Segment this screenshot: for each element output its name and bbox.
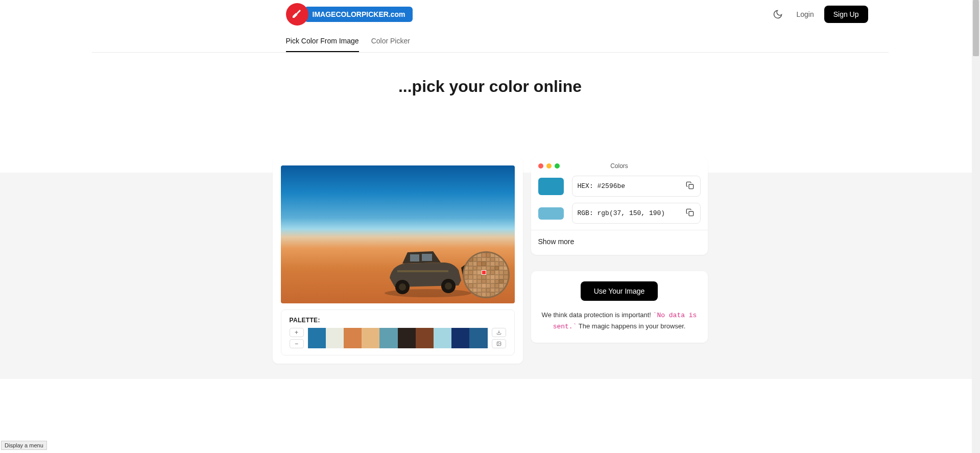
tab-color-picker[interactable]: Color Picker: [371, 31, 410, 52]
logo-text: IMAGECOLORPICKER.com: [304, 7, 413, 22]
tab-pick-color-from-image[interactable]: Pick Color From Image: [286, 31, 359, 52]
palette-swatch-4[interactable]: [379, 328, 397, 348]
hex-value-box: HEX: #2596be: [572, 176, 701, 197]
header-actions: Login Sign Up: [770, 6, 868, 23]
svg-point-4: [399, 283, 406, 291]
logo-icon: [286, 3, 308, 26]
copy-icon: [686, 208, 694, 217]
palette-swatch-2[interactable]: [344, 328, 362, 348]
nav-tabs: Pick Color From Image Color Picker: [92, 31, 889, 53]
dot-yellow-icon: [546, 163, 552, 169]
svg-rect-2: [422, 254, 432, 261]
dot-green-icon: [555, 163, 560, 169]
moon-icon: [773, 9, 783, 19]
rgb-swatch[interactable]: [538, 207, 564, 220]
colors-header: Colors: [538, 163, 701, 169]
palette-copy-button[interactable]: [492, 339, 506, 348]
scrollbar[interactable]: [972, 0, 980, 379]
image-preview[interactable]: [281, 165, 515, 303]
theme-toggle-button[interactable]: [770, 6, 786, 22]
palette-swatch-1[interactable]: [326, 328, 344, 348]
svg-rect-1: [410, 254, 419, 261]
colors-card: Colors HEX: #2596be RGB: r: [531, 157, 708, 255]
copy-rgb-button[interactable]: [685, 207, 695, 219]
magnifier-lens: [463, 251, 510, 298]
palette-swatch-8[interactable]: [451, 328, 469, 348]
svg-rect-7: [397, 270, 448, 272]
palette-swatch-5[interactable]: [398, 328, 416, 348]
palette-size-controls: + −: [290, 328, 304, 348]
palette-action-controls: [492, 328, 506, 348]
palette-row: + −: [290, 328, 506, 348]
copy-icon: [686, 181, 694, 189]
download-icon: [496, 330, 501, 335]
svg-point-9: [497, 343, 498, 343]
palette-swatch-0[interactable]: [308, 328, 326, 348]
divider: [531, 230, 708, 230]
dot-red-icon: [538, 163, 543, 169]
palette-download-button[interactable]: [492, 328, 506, 337]
show-more-link[interactable]: Show more: [538, 237, 701, 246]
palette-remove-button[interactable]: −: [290, 339, 304, 348]
palette-label: PALETTE:: [290, 317, 506, 324]
colors-title: Colors: [610, 162, 628, 170]
right-column: Colors HEX: #2596be RGB: r: [531, 157, 708, 364]
hex-text: HEX: #2596be: [578, 182, 626, 190]
car-illustration: [382, 242, 474, 298]
image-card: PALETTE: + −: [273, 157, 523, 364]
palette-swatch-9[interactable]: [469, 328, 487, 348]
rgb-row: RGB: rgb(37, 150, 190): [538, 203, 701, 224]
login-link[interactable]: Login: [796, 10, 814, 18]
svg-rect-10: [689, 184, 694, 189]
palette-swatch-6[interactable]: [416, 328, 434, 348]
palette-swatch-7[interactable]: [434, 328, 451, 348]
content-row: PALETTE: + −: [0, 157, 980, 364]
logo[interactable]: IMAGECOLORPICKER.com: [286, 3, 413, 26]
page-title: ...pick your color online: [0, 77, 980, 96]
rgb-text: RGB: rgb(37, 150, 190): [578, 209, 665, 217]
main-area: PALETTE: + −: [0, 173, 980, 379]
upload-card: Use Your Image We think data protection …: [531, 271, 708, 343]
hex-row: HEX: #2596be: [538, 176, 701, 197]
palette-add-button[interactable]: +: [290, 328, 304, 337]
hex-swatch[interactable]: [538, 178, 564, 195]
palette-colors: [308, 328, 488, 348]
upload-description: We think data protection is important! `…: [541, 310, 698, 332]
image-icon: [496, 341, 501, 346]
rgb-value-box: RGB: rgb(37, 150, 190): [572, 203, 701, 224]
scrollbar-thumb[interactable]: [973, 0, 979, 56]
window-dots: [538, 163, 560, 169]
palette-swatch-3[interactable]: [362, 328, 379, 348]
svg-point-6: [445, 282, 452, 290]
header: IMAGECOLORPICKER.com Login Sign Up: [92, 0, 889, 29]
copy-hex-button[interactable]: [685, 180, 695, 192]
use-your-image-button[interactable]: Use Your Image: [581, 281, 658, 301]
palette-card: PALETTE: + −: [281, 309, 515, 355]
svg-rect-11: [689, 211, 694, 216]
signup-button[interactable]: Sign Up: [824, 6, 868, 23]
